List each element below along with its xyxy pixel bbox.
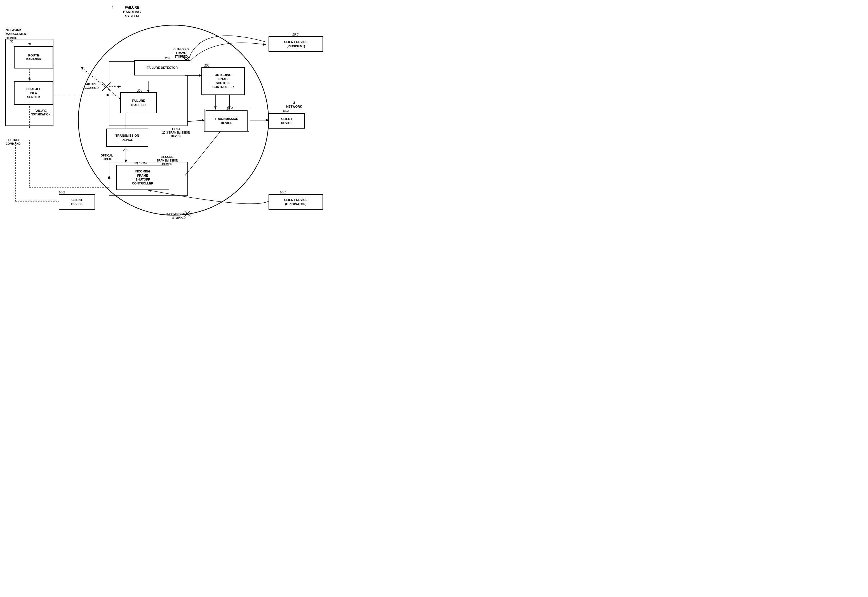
client-10-1-ref: 10-1 xyxy=(280,191,286,194)
second-transmission-ref: 20-1 xyxy=(141,161,147,165)
shutoff-info-sender-box: SHUTOFFINFOSENDER xyxy=(14,81,53,105)
client-10-3-box: CLIENT DEVICE(RECIPIENT) xyxy=(268,36,323,52)
transmission-20-4-box: TRANSMISSIONDEVICE xyxy=(205,110,247,131)
incoming-frame-shutoff-ref: 20d xyxy=(134,162,139,165)
client-10-4-ref: 10-4 xyxy=(283,110,289,113)
shutoff-info-sender-ref: 32 xyxy=(28,77,31,81)
outgoing-frame-shutoff-box: OUTGOINGFRAMESHUTOFFCONTROLLER xyxy=(201,67,245,95)
failure-notification-label: FAILURENOTIFICATION xyxy=(31,109,51,116)
incoming-frame-stopped-label: INCOMING FRAMESTOPPED xyxy=(167,212,191,220)
svg-line-20 xyxy=(102,82,110,91)
client-10-1-box: CLIENT DEVICE(ORIGINATOR) xyxy=(268,194,323,209)
route-manager-box: ROUTEMANAGER xyxy=(14,46,53,68)
client-10-2-box: CLIENTDEVICE xyxy=(59,194,95,209)
network-label: 2 NETWORK xyxy=(286,101,302,109)
second-transmission-label: SECONDTRANSMISSIONDEVICE xyxy=(157,155,178,166)
transmission-20-2-ref: 20-2 xyxy=(123,148,129,151)
client-10-3-ref: 10-3 xyxy=(292,33,298,36)
svg-line-31 xyxy=(188,120,204,122)
network-mgmt-label: NETWORKMANAGEMENTDEVICE xyxy=(6,28,28,40)
system-label: FAILUREHANDLINGSYSTEM xyxy=(123,6,141,19)
failure-notifier-ref: 20c xyxy=(137,89,142,92)
route-manager-ref: 31 xyxy=(28,43,31,46)
diagram: FAILUREHANDLINGSYSTEM 1 2 NETWORK 30 NET… xyxy=(0,0,336,231)
failure-notifier-box: FAILURENOTIFIER xyxy=(120,92,157,113)
transmission-20-4-ref: 20-4 xyxy=(226,107,233,110)
outgoing-frame-shutoff-ref: 20b xyxy=(204,64,209,67)
failure-occurred-label: FAILUREOCCURRED xyxy=(82,82,99,90)
system-ref: 1 xyxy=(112,6,113,9)
client-10-2-ref: 10-2 xyxy=(59,191,65,194)
client-10-4-box: CLIENTDEVICE xyxy=(268,113,305,129)
failure-detector-box: FAILURE DETECTOR xyxy=(134,60,190,76)
optical-fiber-label: OPTICALFIBER xyxy=(101,154,113,161)
outgoing-frame-stopped-label: OUTGOINGFRAMESTOPPED xyxy=(173,48,189,58)
first-transmission-label: FIRST20-3 TRANSMISSIONDEVICE xyxy=(162,127,190,138)
shutoff-command-label: SHUTOFFCOMMAND xyxy=(6,138,21,146)
network-mgmt-ref: 30 xyxy=(6,40,17,43)
transmission-20-2-box: TRANSMISSIONDEVICE xyxy=(106,129,148,147)
incoming-frame-shutoff-box: INCOMINGFRAMESHUTOFFCONTROLLER xyxy=(116,165,169,190)
svg-line-21 xyxy=(102,82,110,91)
failure-detector-ref: 20a xyxy=(165,56,170,60)
